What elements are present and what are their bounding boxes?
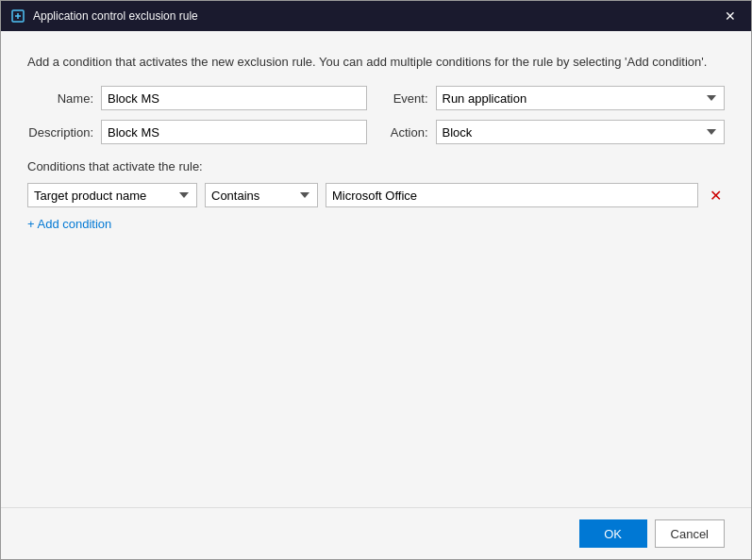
dialog-footer: OK Cancel [1,507,751,559]
event-label: Event: [386,91,428,106]
event-row: Event: Run application Block application [386,86,726,110]
dialog-content: Add a condition that activates the new e… [1,31,751,507]
title-bar-left: Application control exclusion rule [10,8,198,24]
event-select[interactable]: Run application Block application [436,86,726,110]
action-select[interactable]: Block Allow Audit [436,120,726,144]
remove-condition-button[interactable]: ✕ [706,187,725,205]
title-bar-title: Application control exclusion rule [33,9,198,23]
name-row: Name: [27,86,367,110]
spacer [27,246,725,485]
condition-row: Target product name Target file name Tar… [27,183,725,207]
action-label: Action: [386,125,428,140]
ok-button[interactable]: OK [579,519,647,548]
title-bar: Application control exclusion rule ✕ [1,1,751,31]
app-icon [10,8,25,24]
form-grid: Name: Event: Run application Block appli… [27,86,725,144]
description-label: Description: [27,125,93,140]
condition-value-input[interactable] [326,183,698,207]
description-input[interactable] [101,120,367,144]
condition-type-select[interactable]: Target product name Target file name Tar… [27,183,197,207]
action-row: Action: Block Allow Audit [386,120,726,144]
description-text: Add a condition that activates the new e… [27,54,725,71]
condition-operator-select[interactable]: Contains Equals Starts with Ends with [205,183,318,207]
conditions-section: Conditions that activate the rule: Targe… [27,159,725,231]
description-row: Description: [27,120,367,144]
name-input[interactable] [101,86,367,110]
name-label: Name: [27,91,93,106]
conditions-label: Conditions that activate the rule: [27,159,725,173]
add-condition-link[interactable]: + Add condition [27,217,725,231]
close-button[interactable]: ✕ [719,5,742,27]
cancel-button[interactable]: Cancel [655,519,725,548]
dialog-container: Application control exclusion rule ✕ Add… [0,0,752,560]
